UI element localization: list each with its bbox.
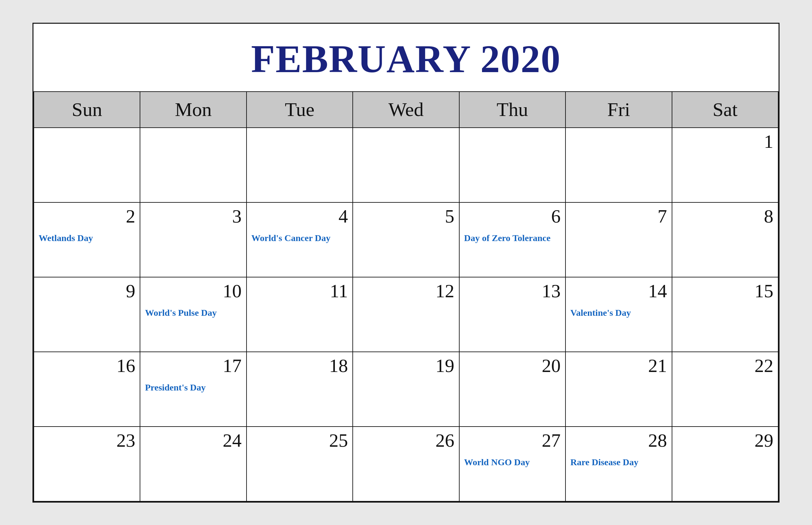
- day-number: 14: [570, 281, 667, 301]
- calendar-cell: 16: [34, 352, 140, 426]
- day-number: 13: [464, 281, 561, 301]
- calendar-cell: 26: [353, 426, 459, 501]
- calendar-cell: [140, 128, 246, 202]
- calendar-cell: 2Wetlands Day: [34, 202, 140, 277]
- day-event: Day of Zero Tolerance: [464, 232, 561, 244]
- day-number: 17: [145, 356, 241, 376]
- day-event: World's Cancer Day: [251, 232, 348, 244]
- calendar-cell: [566, 128, 672, 202]
- day-event: Wetlands Day: [39, 232, 135, 244]
- week-row-4: 1617President's Day1819202122: [34, 352, 778, 426]
- day-header-thu: Thu: [459, 92, 566, 128]
- day-number: 20: [464, 356, 561, 376]
- day-number: 16: [39, 356, 135, 376]
- day-number: 3: [145, 206, 241, 227]
- calendar-cell: 18: [246, 352, 353, 426]
- week-row-1: 1: [34, 128, 778, 202]
- day-number: 22: [677, 356, 773, 376]
- day-event: World NGO Day: [464, 456, 561, 468]
- calendar-cell: 19: [353, 352, 459, 426]
- calendar-cell: 17President's Day: [140, 352, 246, 426]
- calendar-cell: 7: [566, 202, 672, 277]
- day-number: 29: [677, 430, 773, 451]
- calendar-cell: 10World's Pulse Day: [140, 277, 246, 352]
- calendar-cell: 13: [459, 277, 566, 352]
- calendar-cell: 24: [140, 426, 246, 501]
- calendar-cell: 12: [353, 277, 459, 352]
- calendar-cell: 6Day of Zero Tolerance: [459, 202, 566, 277]
- day-number: 2: [39, 206, 135, 227]
- day-number: 27: [464, 430, 561, 451]
- calendar-cell: 9: [34, 277, 140, 352]
- day-number: 21: [570, 356, 667, 376]
- calendar-cell: [34, 128, 140, 202]
- day-number: 23: [39, 430, 135, 451]
- calendar-cell: 5: [353, 202, 459, 277]
- day-number: 28: [570, 430, 667, 451]
- day-number: 18: [251, 356, 348, 376]
- day-header-sat: Sat: [672, 92, 778, 128]
- day-number: 15: [677, 281, 773, 301]
- day-number: 11: [251, 281, 348, 301]
- calendar-title: FEBRUARY 2020: [33, 24, 779, 91]
- day-headers-row: SunMonTueWedThuFriSat: [34, 92, 778, 128]
- day-number: 9: [39, 281, 135, 301]
- day-event: Rare Disease Day: [570, 456, 667, 468]
- calendar-cell: 11: [246, 277, 353, 352]
- calendar-cell: 25: [246, 426, 353, 501]
- calendar-grid: SunMonTueWedThuFriSat 12Wetlands Day34Wo…: [33, 91, 779, 501]
- calendar-cell: 3: [140, 202, 246, 277]
- calendar-cell: 29: [672, 426, 778, 501]
- day-number: 10: [145, 281, 241, 301]
- day-number: 12: [357, 281, 454, 301]
- calendar-cell: 22: [672, 352, 778, 426]
- day-number: 19: [357, 356, 454, 376]
- day-header-tue: Tue: [246, 92, 353, 128]
- calendar-container: FEBRUARY 2020 SunMonTueWedThuFriSat 12We…: [32, 23, 780, 502]
- calendar-cell: 14Valentine's Day: [566, 277, 672, 352]
- day-number: 24: [145, 430, 241, 451]
- calendar-cell: 27World NGO Day: [459, 426, 566, 501]
- day-number: 25: [251, 430, 348, 451]
- day-header-sun: Sun: [34, 92, 140, 128]
- calendar-cell: 15: [672, 277, 778, 352]
- week-row-5: 2324252627World NGO Day28Rare Disease Da…: [34, 426, 778, 501]
- day-event: World's Pulse Day: [145, 307, 241, 319]
- calendar-cell: [353, 128, 459, 202]
- day-number: 7: [570, 206, 667, 227]
- day-header-fri: Fri: [566, 92, 672, 128]
- week-row-3: 910World's Pulse Day11121314Valentine's …: [34, 277, 778, 352]
- calendar-cell: [246, 128, 353, 202]
- calendar-cell: 21: [566, 352, 672, 426]
- day-number: 4: [251, 206, 348, 227]
- day-number: 1: [677, 131, 773, 152]
- calendar-cell: 1: [672, 128, 778, 202]
- calendar-cell: 20: [459, 352, 566, 426]
- day-event: President's Day: [145, 382, 241, 393]
- day-number: 8: [677, 206, 773, 227]
- day-number: 26: [357, 430, 454, 451]
- day-number: 5: [357, 206, 454, 227]
- day-event: Valentine's Day: [570, 307, 667, 319]
- calendar-cell: 28Rare Disease Day: [566, 426, 672, 501]
- day-header-mon: Mon: [140, 92, 246, 128]
- week-row-2: 2Wetlands Day34World's Cancer Day56Day o…: [34, 202, 778, 277]
- calendar-cell: [459, 128, 566, 202]
- day-header-wed: Wed: [353, 92, 459, 128]
- calendar-cell: 23: [34, 426, 140, 501]
- calendar-cell: 8: [672, 202, 778, 277]
- calendar-cell: 4World's Cancer Day: [246, 202, 353, 277]
- day-number: 6: [464, 206, 561, 227]
